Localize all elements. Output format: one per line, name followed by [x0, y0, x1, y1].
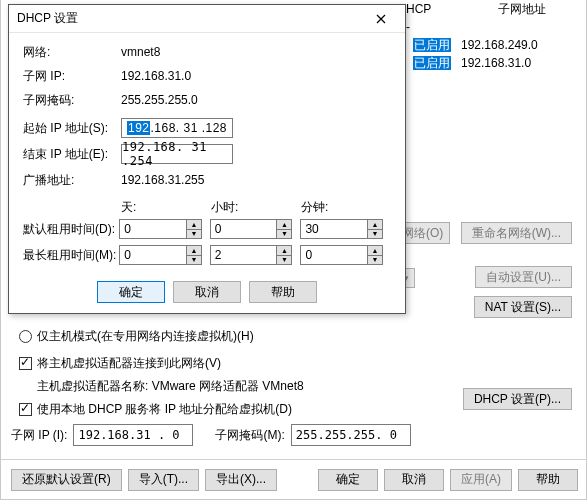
broadcast-value: 192.168.31.255 — [121, 173, 204, 187]
subnet-cell: - — [406, 18, 410, 36]
subnet-ip-label: 子网 IP (I): — [11, 427, 67, 444]
broadcast-label: 广播地址: — [23, 172, 121, 189]
spinner-buttons[interactable]: ▲▼ — [276, 246, 291, 264]
default-days-spinner[interactable]: 0▲▼ — [119, 219, 202, 239]
default-lease-label: 默认租用时间(D): — [23, 221, 119, 238]
dhcp-settings-dialog: DHCP 设置 网络:vmnet8 子网 IP:192.168.31.0 子网掩… — [8, 4, 406, 314]
ok-button[interactable]: 确定 — [318, 469, 378, 491]
chevron-down-icon: ▼ — [368, 230, 382, 239]
connect-adapter-checkbox[interactable]: 将主机虚拟适配器连接到此网络(V) — [19, 355, 575, 372]
cancel-button[interactable]: 取消 — [384, 469, 444, 491]
end-ip-label: 结束 IP 地址(E): — [23, 146, 121, 163]
footer-bar: 还原默认设置(R) 导入(T)... 导出(X)... 确定 取消 应用(A) … — [1, 459, 587, 499]
chevron-down-icon: ▼ — [368, 256, 382, 265]
host-only-label: 仅主机模式(在专用网络内连接虚拟机)(H) — [37, 328, 254, 345]
chevron-up-icon: ▲ — [187, 246, 201, 256]
subnet-ip-value: 192.168.31.0 — [121, 69, 191, 83]
dhcp-cell: 已启用 — [413, 54, 451, 72]
restore-defaults-button[interactable]: 还原默认设置(R) — [11, 469, 122, 491]
chevron-down-icon: ▼ — [277, 230, 291, 239]
radio-icon — [19, 330, 32, 343]
auto-settings-button[interactable]: 自动设置(U)... — [475, 266, 572, 288]
subnet-ip-input[interactable]: 192.168.31 . 0 — [73, 424, 193, 446]
dialog-title: DHCP 设置 — [17, 10, 365, 27]
chevron-up-icon: ▲ — [277, 220, 291, 230]
default-hours-spinner[interactable]: 0▲▼ — [210, 219, 293, 239]
spinner-buttons[interactable]: ▲▼ — [367, 246, 382, 264]
use-dhcp-label: 使用本地 DHCP 服务将 IP 地址分配给虚拟机(D) — [37, 401, 292, 418]
rename-network-button[interactable]: 重命名网络(W)... — [461, 222, 572, 244]
spinner-buttons[interactable]: ▲▼ — [186, 220, 201, 238]
network-value: vmnet8 — [121, 45, 160, 59]
checkbox-icon — [19, 403, 32, 416]
dhcp-settings-button[interactable]: DHCP 设置(P)... — [463, 388, 572, 410]
network-label: 网络: — [23, 44, 121, 61]
end-ip-input[interactable]: 192.168. 31 .254 — [121, 144, 233, 164]
col-header-subnet: 子网地址 — [498, 0, 546, 18]
subnet-mask-label: 子网掩码(M): — [215, 427, 284, 444]
max-lease-label: 最长租用时间(M): — [23, 247, 119, 264]
dialog-cancel-button[interactable]: 取消 — [173, 281, 241, 303]
dialog-help-button[interactable]: 帮助 — [249, 281, 317, 303]
default-minutes-spinner[interactable]: 30▲▼ — [300, 219, 383, 239]
chevron-up-icon: ▲ — [368, 220, 382, 230]
days-header: 天: — [121, 199, 211, 216]
spinner-buttons[interactable]: ▲▼ — [186, 246, 201, 264]
dialog-ok-button[interactable]: 确定 — [97, 281, 165, 303]
subnet-mask-label: 子网掩码: — [23, 92, 121, 109]
chevron-down-icon: ▼ — [187, 230, 201, 239]
import-button[interactable]: 导入(T)... — [128, 469, 199, 491]
col-header-dhcp: HCP — [406, 0, 431, 18]
dhcp-cell: 已启用 — [413, 36, 451, 54]
subnet-cell: 192.168.249.0 — [461, 36, 538, 54]
max-hours-spinner[interactable]: 2▲▼ — [210, 245, 293, 265]
minutes-header: 分钟: — [301, 199, 391, 216]
subnet-mask-value: 255.255.255.0 — [121, 93, 198, 107]
chevron-down-icon: ▼ — [277, 256, 291, 265]
chevron-down-icon: ▼ — [187, 256, 201, 265]
close-icon — [376, 14, 386, 24]
chevron-up-icon: ▲ — [368, 246, 382, 256]
chevron-up-icon: ▲ — [277, 246, 291, 256]
max-days-spinner[interactable]: 0▲▼ — [119, 245, 202, 265]
dialog-titlebar: DHCP 设置 — [9, 5, 405, 33]
export-button[interactable]: 导出(X)... — [205, 469, 277, 491]
nat-settings-button[interactable]: NAT 设置(S)... — [474, 296, 572, 318]
hours-header: 小时: — [211, 199, 301, 216]
apply-button[interactable]: 应用(A) — [450, 469, 512, 491]
subnet-cell: 192.168.31.0 — [461, 54, 531, 72]
host-only-radio[interactable]: 仅主机模式(在专用网络内连接虚拟机)(H) — [19, 328, 575, 345]
connect-adapter-label: 将主机虚拟适配器连接到此网络(V) — [37, 355, 221, 372]
start-ip-input[interactable]: 192.168. 31 .128 — [121, 118, 233, 138]
spinner-buttons[interactable]: ▲▼ — [276, 220, 291, 238]
subnet-ip-label: 子网 IP: — [23, 68, 121, 85]
subnet-mask-input[interactable]: 255.255.255. 0 — [291, 424, 411, 446]
start-ip-label: 起始 IP 地址(S): — [23, 120, 121, 137]
max-minutes-spinner[interactable]: 0▲▼ — [300, 245, 383, 265]
subnet-row: 子网 IP (I): 192.168.31 . 0 子网掩码(M): 255.2… — [11, 424, 411, 446]
checkbox-icon — [19, 357, 32, 370]
help-button[interactable]: 帮助 — [518, 469, 578, 491]
close-button[interactable] — [365, 7, 397, 31]
spinner-buttons[interactable]: ▲▼ — [367, 220, 382, 238]
chevron-up-icon: ▲ — [187, 220, 201, 230]
